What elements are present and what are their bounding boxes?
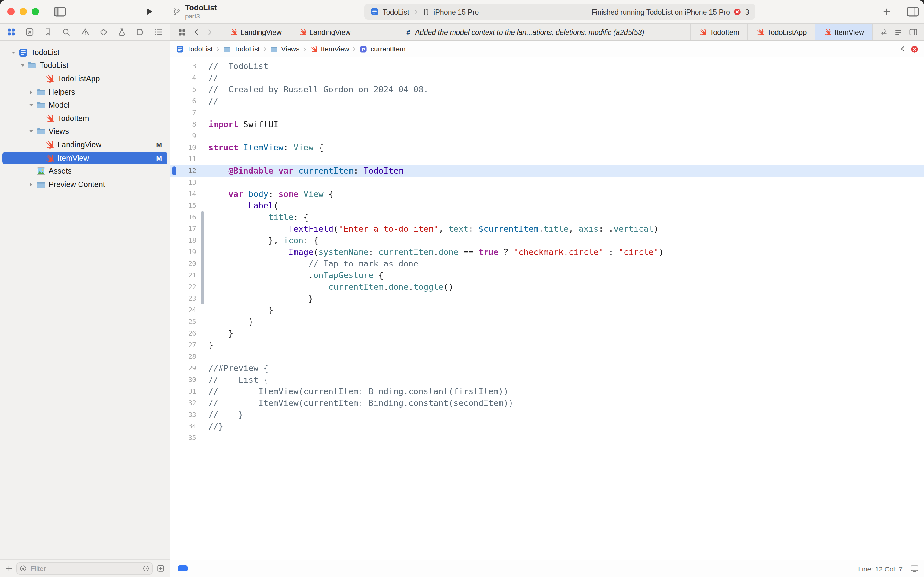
line-number[interactable]: 13: [171, 177, 196, 188]
line-number[interactable]: 18: [171, 235, 196, 246]
navigator-find-icon[interactable]: [62, 27, 71, 37]
jumpbar-item-views[interactable]: Views: [270, 45, 299, 53]
navigator-row-assets[interactable]: Assets: [2, 165, 167, 178]
back-button[interactable]: [193, 29, 200, 35]
line-number[interactable]: 10: [171, 142, 196, 153]
line-number[interactable]: 22: [171, 281, 196, 293]
line-number[interactable]: 29: [171, 363, 196, 374]
line-number[interactable]: 28: [171, 351, 196, 363]
line-number[interactable]: 33: [171, 409, 196, 421]
add-editor-icon[interactable]: [909, 27, 918, 37]
code-line-35: 35: [171, 432, 924, 444]
run-destination[interactable]: iPhone 15 Pro: [434, 8, 479, 16]
jumpbar-item-itemview[interactable]: ItemView: [310, 45, 349, 53]
navigator-debug-icon[interactable]: [118, 27, 127, 37]
navigator-row-todolistapp[interactable]: TodoListApp: [2, 72, 167, 85]
jumpbar-item-currentitem[interactable]: PcurrentItem: [360, 45, 406, 53]
recent-files-icon[interactable]: [142, 565, 150, 572]
line-number[interactable]: 19: [171, 246, 196, 258]
navigator-issues-icon[interactable]: [80, 27, 90, 37]
jumpbar-item-todolist[interactable]: TodoList: [176, 45, 212, 53]
toggle-navigator-button[interactable]: [54, 0, 66, 23]
line-number[interactable]: 11: [171, 153, 196, 165]
navigator-row-landingview[interactable]: LandingViewM: [2, 138, 167, 151]
error-badge-icon[interactable]: [734, 8, 742, 16]
navigator-row-todoitem[interactable]: TodoItem: [2, 112, 167, 125]
line-number[interactable]: 7: [171, 107, 196, 119]
source-control-change-bar[interactable]: [201, 211, 204, 305]
navigator-row-preview-content[interactable]: Preview Content: [2, 178, 167, 191]
run-button[interactable]: [145, 0, 154, 23]
tab-itemview[interactable]: ItemView: [815, 24, 872, 40]
zoom-button[interactable]: [32, 8, 39, 15]
tab-landingview[interactable]: LandingView: [290, 24, 359, 40]
disclosure-open-icon[interactable]: [27, 129, 36, 135]
add-file-button[interactable]: [5, 564, 13, 572]
disclosure-closed-icon[interactable]: [27, 181, 36, 187]
disclosure-open-icon[interactable]: [18, 63, 27, 69]
navigator-row-model[interactable]: Model: [2, 99, 167, 112]
line-number[interactable]: 5: [171, 84, 196, 95]
line-number[interactable]: 30: [171, 374, 196, 386]
tab-todolistapp[interactable]: TodoListApp: [748, 24, 816, 40]
close-button[interactable]: [7, 8, 14, 15]
navigator-row-todolist[interactable]: TodoList: [2, 46, 167, 59]
jumpbar-item-todolist[interactable]: TodoList: [223, 45, 260, 53]
tab-landingview[interactable]: LandingView: [221, 24, 290, 40]
filter-options-icon[interactable]: [156, 564, 165, 573]
minimize-button[interactable]: [19, 8, 27, 15]
filter-field[interactable]: [16, 562, 153, 575]
disclosure-open-icon[interactable]: [27, 102, 36, 108]
display-icon[interactable]: [910, 564, 919, 573]
line-number[interactable]: 17: [171, 223, 196, 235]
code-line-25: 25 ): [171, 316, 924, 328]
line-number[interactable]: 27: [171, 339, 196, 351]
error-count[interactable]: 3: [745, 8, 749, 16]
line-number[interactable]: 4: [171, 72, 196, 84]
jumpbar-back-icon[interactable]: [900, 46, 906, 52]
line-number[interactable]: 24: [171, 305, 196, 316]
disclosure-open-icon[interactable]: [9, 50, 18, 56]
line-number[interactable]: 15: [171, 200, 196, 211]
navigator-row-views[interactable]: Views: [2, 125, 167, 138]
line-number[interactable]: 3: [171, 61, 196, 72]
line-number[interactable]: 16: [171, 211, 196, 223]
scheme-name[interactable]: TodoList: [383, 8, 409, 16]
disclosure-closed-icon[interactable]: [27, 89, 36, 95]
line-number[interactable]: 20: [171, 258, 196, 269]
line-number[interactable]: 25: [171, 316, 196, 328]
line-number[interactable]: 35: [171, 432, 196, 444]
line-number[interactable]: 14: [171, 188, 196, 200]
navigator-breakpoints-icon[interactable]: [136, 27, 145, 37]
navigator-row-todolist[interactable]: TodoList: [2, 59, 167, 72]
code-line-28: 28: [171, 351, 924, 363]
tab-commit[interactable]: #Added the model context to the lan...at…: [359, 24, 690, 40]
code-review-icon[interactable]: [879, 28, 888, 36]
filter-input[interactable]: [29, 564, 140, 573]
line-number[interactable]: 6: [171, 95, 196, 107]
navigator-tests-icon[interactable]: [99, 27, 108, 37]
editor-options-icon[interactable]: [894, 28, 903, 36]
line-number[interactable]: 31: [171, 386, 196, 397]
tab-todoitem[interactable]: TodoItem: [690, 24, 748, 40]
navigator-bookmarks-icon[interactable]: [44, 27, 53, 37]
activity-view[interactable]: TodoList iPhone 15 Pro Finished running …: [364, 4, 755, 19]
toggle-inspector-button[interactable]: [907, 0, 919, 23]
line-number[interactable]: 8: [171, 119, 196, 130]
navigator-source-control-icon[interactable]: [25, 27, 34, 37]
line-number[interactable]: 34: [171, 421, 196, 432]
navigator-row-helpers[interactable]: Helpers: [2, 85, 167, 99]
line-number[interactable]: 23: [171, 293, 196, 305]
navigator-project-navigator-icon[interactable]: [7, 27, 16, 37]
line-number[interactable]: 26: [171, 328, 196, 339]
related-items-icon[interactable]: [178, 28, 187, 36]
line-number[interactable]: 21: [171, 269, 196, 281]
line-number[interactable]: 32: [171, 397, 196, 409]
navigator-reports-icon[interactable]: [154, 27, 163, 37]
jumpbar-error-icon[interactable]: [911, 45, 919, 53]
line-number[interactable]: 9: [171, 130, 196, 142]
forward-button[interactable]: [206, 29, 213, 35]
navigator-row-itemview[interactable]: ItemViewM: [2, 152, 167, 165]
add-button[interactable]: [882, 0, 891, 23]
code-editor[interactable]: 3// TodoList4//5// Created by Russell Go…: [171, 58, 924, 560]
